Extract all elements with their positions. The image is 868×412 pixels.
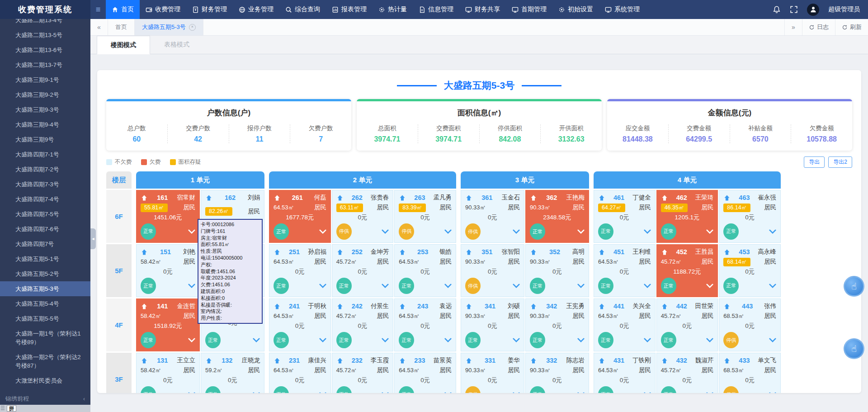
- apartment-cell-141[interactable]: 141金连哲58.42㎡居民1518.92元正常: [136, 298, 200, 351]
- chevron-down-icon[interactable]: [253, 289, 260, 294]
- sidebar-item[interactable]: 大溦堡村民委员会: [0, 373, 90, 388]
- sidebar-item[interactable]: 大盛路三期9-3号: [0, 102, 90, 117]
- chevron-down-icon[interactable]: [644, 284, 651, 288]
- chevron-down-icon[interactable]: [382, 229, 389, 234]
- chevron-down-icon[interactable]: [253, 392, 260, 393]
- hamburger-icon[interactable]: ≡: [90, 0, 106, 19]
- apartment-cell-352[interactable]: 352高明90.33㎡居民0元正常: [525, 244, 589, 297]
- export-button[interactable]: 导出: [804, 156, 825, 168]
- nav-item-业务管理[interactable]: 业务管理: [233, 0, 279, 19]
- sidebar-item[interactable]: 大盛路四期7-6号: [0, 222, 90, 237]
- chevron-down-icon[interactable]: [577, 284, 585, 288]
- chevron-down-icon[interactable]: [577, 338, 585, 342]
- apartment-cell-131[interactable]: 131王立立58.42㎡居民0元正常: [136, 353, 200, 393]
- sidebar-item[interactable]: 大盛路四期7号: [0, 237, 90, 251]
- tab-home[interactable]: 首页: [108, 19, 135, 35]
- chevron-down-icon[interactable]: [577, 229, 585, 234]
- apartment-cell-243[interactable]: 243袁远64.53㎡居民0元正常: [394, 298, 456, 351]
- chevron-down-icon[interactable]: [513, 284, 520, 288]
- nav-item-综合查询[interactable]: 综合查询: [279, 0, 326, 19]
- tabs-scroll-right-icon[interactable]: »: [784, 19, 802, 35]
- apartment-cell-251[interactable]: 251孙启福64.53㎡居民0元正常: [269, 244, 331, 297]
- apartment-cell-462[interactable]: 462王荣琦46.35㎡居民1205.1元正常: [656, 190, 718, 243]
- apartment-cell[interactable]: 0元正常: [201, 298, 264, 351]
- ime-pinyin-badge[interactable]: 拼: [7, 405, 16, 412]
- apartment-cell-231[interactable]: 231康佳兴64.53㎡居民0元正常: [269, 353, 331, 393]
- sidebar-item[interactable]: 大盛路三期9-2号: [0, 87, 90, 102]
- sidebar-item[interactable]: 大盛路四期7-2号: [0, 162, 90, 177]
- apartment-cell-361[interactable]: 361玉金石90.33㎡居民0元停供: [461, 190, 524, 243]
- sidebar-footer-collapse-icon[interactable]: ‹: [83, 396, 85, 402]
- sidebar-item[interactable]: 大盛路四期7-1号: [0, 147, 90, 162]
- apartment-cell-331[interactable]: 331姜华90.33㎡居民0元停供: [461, 353, 524, 393]
- chevron-down-icon[interactable]: [444, 338, 452, 342]
- chevron-down-icon[interactable]: [444, 229, 452, 234]
- apartment-cell-161[interactable]: 161宿常财55.81㎡居民1451.06元正常: [136, 190, 200, 243]
- nav-item-报表管理[interactable]: 报表管理: [326, 0, 373, 19]
- nav-item-财务共享[interactable]: 财务共享: [459, 0, 506, 19]
- apartment-cell-443[interactable]: 443张伟68.53㎡居民0元停供: [719, 298, 781, 351]
- sidebar-collapse-handle[interactable]: ◄: [90, 228, 96, 249]
- chevron-down-icon[interactable]: [319, 338, 326, 342]
- apartment-cell-461[interactable]: 461丁健全64.27㎡居民0元正常: [594, 190, 656, 243]
- apartment-cell-441[interactable]: 441关兴全64.53㎡居民0元正常: [594, 298, 656, 351]
- sidebar-item[interactable]: 大盛路四期7-5号: [0, 207, 90, 222]
- apartment-cell-232[interactable]: 232李玉霞45.72㎡居民0元正常: [332, 353, 394, 393]
- apartment-cell-463[interactable]: 463崔永强86.14㎡居民0元正常: [719, 190, 781, 243]
- nav-item-首期管理[interactable]: 首期管理: [506, 0, 552, 19]
- apartment-cell-432[interactable]: 432魏淑芹45.72㎡居民0元正常: [656, 353, 718, 393]
- chevron-down-icon[interactable]: [188, 229, 195, 234]
- nav-item-信息管理[interactable]: 信息管理: [413, 0, 459, 19]
- apartment-cell-242[interactable]: 242付景生45.72㎡居民0元正常: [332, 298, 394, 351]
- apartment-cell-452[interactable]: 452王胜昌45.72㎡居民1188.72元正常: [656, 244, 718, 297]
- apartment-cell-261[interactable]: 261何磊64.53㎡居民1677.78元正常: [269, 190, 331, 243]
- apartment-cell-453[interactable]: 453高永峰68.14㎡居民0元正常: [719, 244, 781, 297]
- sidebar-item[interactable]: 大盛路二期13-5号: [0, 28, 90, 43]
- apartment-cell-442[interactable]: 442田世荣45.72㎡居民0元正常: [656, 298, 718, 351]
- apartment-cell-241[interactable]: 241于明秋64.53㎡居民0元正常: [269, 298, 331, 351]
- apartment-cell-253[interactable]: 253银皓64.53㎡居民0元正常: [394, 244, 456, 297]
- nav-item-首页[interactable]: 首页: [106, 0, 140, 19]
- nav-item-初始设置[interactable]: 初始设置: [552, 0, 599, 19]
- chevron-down-icon[interactable]: [319, 229, 326, 234]
- chevron-down-icon[interactable]: [253, 338, 260, 342]
- apartment-cell[interactable]: [201, 244, 264, 297]
- chevron-down-icon[interactable]: [188, 392, 195, 393]
- ime-grip-icon[interactable]: [1, 406, 5, 411]
- sidebar-item[interactable]: 大盛路五期5-3号: [0, 281, 90, 296]
- refresh-button[interactable]: 刷新: [835, 19, 868, 35]
- user-avatar[interactable]: [807, 4, 819, 16]
- chevron-down-icon[interactable]: [188, 338, 195, 342]
- apartment-cell-332[interactable]: 332陈志岩90.33㎡居民0元正常: [525, 353, 589, 393]
- chevron-down-icon[interactable]: [644, 392, 651, 393]
- chevron-down-icon[interactable]: [769, 284, 776, 288]
- nav-item-财务管理[interactable]: 财务管理: [186, 0, 233, 19]
- apartment-cell-362[interactable]: 362王艳梅90.33㎡居民2348.58元正常: [525, 190, 589, 243]
- sidebar-item[interactable]: 大盛路一期2号（荣利达2号楼87）: [0, 350, 90, 373]
- sidebar-item[interactable]: 大盛路四期7-3号: [0, 177, 90, 192]
- sidebar-item[interactable]: 大盛路五期5-2号: [0, 266, 90, 281]
- export2-button[interactable]: 导出2: [828, 156, 852, 168]
- chevron-down-icon[interactable]: [253, 235, 260, 240]
- chevron-down-icon[interactable]: [444, 284, 452, 288]
- scroll-up-button[interactable]: ☝: [844, 276, 864, 297]
- nav-item-热计量[interactable]: 热计量: [373, 0, 413, 19]
- apartment-cell-262[interactable]: 262张贵春63.11㎡居民0元停供: [332, 190, 394, 243]
- chevron-down-icon[interactable]: [188, 284, 195, 288]
- chevron-down-icon[interactable]: [319, 392, 326, 393]
- sidebar-item[interactable]: 大盛路三期9-4号: [0, 117, 90, 132]
- apartment-cell-252[interactable]: 252金坤芳45.72㎡居民0元正常: [332, 244, 394, 297]
- chevron-down-icon[interactable]: [706, 229, 713, 234]
- apartment-cell-263[interactable]: 263孟凡勇83.39㎡居民0元停供: [394, 190, 456, 243]
- chevron-down-icon[interactable]: [382, 338, 389, 342]
- sidebar-item[interactable]: 大盛路五期5-5号: [0, 311, 90, 326]
- chevron-down-icon[interactable]: [513, 392, 520, 393]
- sidebar-item[interactable]: 大盛路五期5-4号: [0, 296, 90, 311]
- chevron-down-icon[interactable]: [769, 229, 776, 234]
- log-button[interactable]: 日志: [802, 19, 835, 35]
- apartment-cell-132[interactable]: 132庄晓龙59.2㎡居民0元正常: [201, 353, 264, 393]
- chevron-down-icon[interactable]: [513, 229, 520, 234]
- tab-floor-map-mode[interactable]: 楼图模式: [97, 36, 150, 54]
- chevron-down-icon[interactable]: [382, 284, 389, 288]
- apartment-cell-341[interactable]: 341刘硕90.33㎡居民0元正常: [461, 298, 524, 351]
